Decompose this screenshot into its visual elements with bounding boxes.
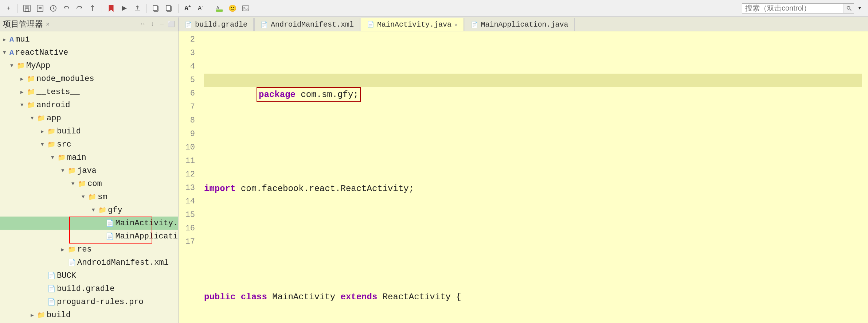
folder-icon-app: 📁 — [37, 114, 45, 122]
selected-files-group: ▶ 📄 MainActivity.java ▶ 📄 MainApplicatio… — [0, 217, 178, 243]
tree-item-myapp[interactable]: ▼ 📁 MyApp — [0, 59, 178, 72]
tree-item-mainactivity[interactable]: ▶ 📄 MainActivity.java — [0, 217, 178, 230]
tree-item-build-gradle[interactable]: ▶ 📄 build.gradle — [0, 282, 178, 295]
tree-arrow-reactnative: ▼ — [3, 50, 9, 55]
svg-rect-10 — [153, 5, 157, 11]
tab-icon-mainapplication: 📄 — [471, 21, 478, 28]
tab-build-gradle[interactable]: 📄 build.gradle — [179, 18, 254, 31]
tree-item-mainapplication[interactable]: ▶ 📄 MainApplication.java — [0, 230, 178, 243]
redo-button[interactable] — [74, 3, 85, 14]
history-button[interactable] — [48, 3, 59, 14]
add-button[interactable]: ＋ — [3, 3, 14, 14]
gradle-file-icon-build: 📄 — [47, 285, 55, 293]
upload-icon — [133, 4, 141, 12]
tree-item-build-android[interactable]: ▶ 📁 build — [0, 308, 178, 322]
tab-bar: 📄 build.gradle 📄 AndroidManifest.xml 📄 M… — [179, 17, 868, 31]
tree-arrow-tests: ▶ — [20, 89, 26, 95]
folder-icon-com: 📁 — [78, 180, 86, 188]
tree-item-res[interactable]: ▶ 📁 res — [0, 243, 178, 256]
code-editor[interactable]: 2 3 4 5 6 7 8 9 10 11 12 13 14 15 16 17 — [179, 31, 868, 323]
tree-item-mui[interactable]: ▶ A mui — [0, 33, 178, 46]
tree-item-build-app[interactable]: ▶ 📁 build — [0, 125, 178, 138]
sidebar-sync-icon[interactable]: ↔ — [139, 20, 147, 28]
tree-label-build-gradle: build.gradle — [57, 284, 114, 293]
tree-label-src: src — [57, 140, 71, 149]
font-increase-button[interactable]: A+ — [182, 3, 193, 14]
tree-item-node-modules[interactable]: ▶ 📁 node_modules — [0, 72, 178, 85]
tab-label-build-gradle: build.gradle — [195, 20, 247, 29]
java-file-icon-mainapplication: 📄 — [106, 232, 114, 240]
toolbar-sep-3 — [146, 4, 147, 13]
sidebar-tree: ▶ A mui ▼ A reactNative ▼ 📁 MyApp ▶ 📁 no… — [0, 31, 178, 323]
tree-item-app[interactable]: ▼ 📁 app — [0, 112, 178, 125]
editor-area: 📄 build.gradle 📄 AndroidManifest.xml 📄 M… — [179, 17, 868, 323]
sidebar-collapse-icon[interactable]: ↓ — [148, 20, 156, 28]
toolbar-sep-1 — [17, 4, 18, 13]
folder-icon-res: 📁 — [68, 245, 76, 253]
save-button[interactable] — [21, 3, 32, 14]
tab-mainapplication[interactable]: 📄 MainApplication.java — [465, 18, 575, 31]
code-content[interactable]: package com.sm.gfy; import com.facebook.… — [198, 31, 868, 323]
tree-item-android[interactable]: ▼ 📁 android — [0, 98, 178, 112]
tree-item-reactnative[interactable]: ▼ A reactNative — [0, 46, 178, 59]
search-dropdown-button[interactable]: ▼ — [854, 3, 865, 14]
redo-icon — [75, 4, 83, 12]
tree-item-gradle[interactable]: ▶ 📁 gradle — [0, 322, 178, 323]
copy1-button[interactable] — [150, 3, 161, 14]
tree-item-proguard[interactable]: ▶ 📄 proguard-rules.pro — [0, 295, 178, 308]
svg-text:A: A — [216, 5, 219, 11]
tree-item-java-folder[interactable]: ▼ 📁 java — [0, 164, 178, 177]
tree-label-res: res — [77, 245, 92, 254]
run-button[interactable] — [119, 3, 130, 14]
emoji-button[interactable]: 🙂 — [227, 3, 238, 14]
tab-androidmanifest[interactable]: 📄 AndroidManifest.xml — [254, 18, 360, 31]
folder-icon-sm: 📁 — [88, 193, 96, 201]
copy2-button[interactable] — [164, 3, 175, 14]
svg-rect-15 — [242, 6, 249, 11]
tree-label-com: com — [87, 179, 102, 188]
tree-item-sm[interactable]: ▼ 📁 sm — [0, 190, 178, 203]
sidebar-minimize-icon[interactable]: — — [158, 20, 166, 28]
color-button[interactable]: A — [214, 3, 225, 14]
tree-item-com[interactable]: ▼ 📁 com — [0, 177, 178, 190]
add-icon: ＋ — [5, 4, 11, 12]
tab-close-mainactivity[interactable]: ✕ — [454, 22, 457, 28]
tree-label-gfy: gfy — [108, 206, 122, 215]
svg-point-17 — [847, 6, 850, 9]
emoji-icon: 🙂 — [228, 4, 236, 12]
bookmark-icon — [107, 4, 115, 12]
tree-item-gfy[interactable]: ▼ 📁 gfy — [0, 203, 178, 217]
tree-arrow-sm: ▼ — [82, 194, 87, 200]
folder-icon-tests: 📁 — [27, 88, 35, 96]
tree-label-android: android — [36, 101, 70, 110]
search-input[interactable] — [742, 3, 844, 13]
image-button[interactable] — [240, 3, 251, 14]
bookmark-button[interactable] — [106, 3, 117, 14]
sync-button[interactable] — [87, 3, 98, 14]
java-file-icon-mainactivity: 📄 — [106, 219, 114, 227]
code-line-3 — [204, 128, 862, 141]
tab-mainactivity[interactable]: 📄 MainActivity.java ✕ — [361, 18, 464, 31]
sidebar-close-icon[interactable]: ✕ — [46, 20, 50, 28]
folder-icon-android: 📁 — [27, 101, 35, 109]
font-decrease-button[interactable]: A- — [195, 3, 206, 14]
tree-arrow-res: ▶ — [61, 246, 67, 253]
tree-item-androidmanifest[interactable]: ▶ 📄 AndroidManifest.xml — [0, 256, 178, 269]
folder-icon-build-android: 📁 — [37, 311, 45, 319]
svg-rect-12 — [166, 5, 171, 11]
tree-label-mainapplication: MainApplication.java — [115, 232, 178, 241]
folder-icon-src: 📁 — [47, 140, 55, 148]
tree-label-build-app: build — [57, 127, 81, 136]
sidebar-maximize-icon[interactable]: ⬜ — [167, 20, 175, 28]
undo-button[interactable] — [61, 3, 72, 14]
tree-item-tests[interactable]: ▶ 📁 __tests__ — [0, 85, 178, 98]
new-file-button[interactable] — [35, 3, 46, 14]
tree-item-main[interactable]: ▼ 📁 main — [0, 151, 178, 164]
history-icon — [49, 4, 57, 12]
tree-item-buck[interactable]: ▶ 📄 BUCK — [0, 269, 178, 282]
sync-icon — [89, 4, 97, 12]
search-button[interactable] — [844, 3, 854, 13]
tree-item-src[interactable]: ▼ 📁 src — [0, 138, 178, 151]
upload-button[interactable] — [132, 3, 143, 14]
tree-arrow-build-android: ▶ — [31, 312, 36, 318]
